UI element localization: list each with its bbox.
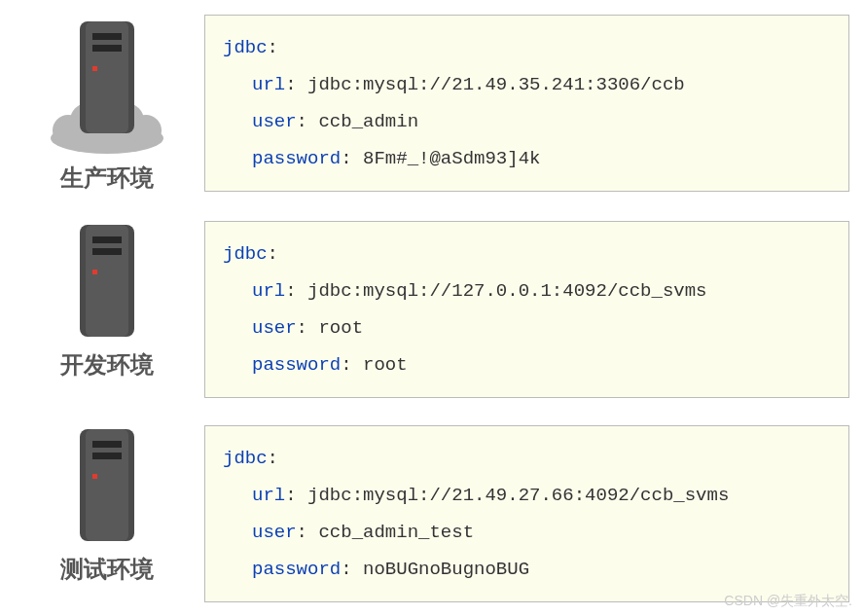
yaml-key: url: [252, 485, 285, 506]
env-row-production: 生产环境 jdbc: url: jdbc:mysql://21.49.35.24…: [10, 15, 849, 194]
server-col: 开发环境: [10, 221, 204, 380]
yaml-line: user: ccb_admin: [223, 103, 831, 140]
yaml-key: user: [252, 522, 297, 543]
env-label: 测试环境: [60, 554, 154, 585]
yaml-key: url: [252, 280, 285, 302]
yaml-value: root: [318, 317, 363, 339]
config-box: jdbc: url: jdbc:mysql://127.0.0.1:4092/c…: [204, 221, 849, 398]
svg-rect-13: [92, 248, 122, 255]
yaml-line: password: 8Fm#_!@aSdm93]4k: [223, 140, 831, 177]
svg-rect-17: [92, 441, 122, 448]
yaml-key: user: [252, 111, 297, 132]
yaml-line: url: jdbc:mysql://127.0.0.1:4092/ccb_svm…: [223, 272, 831, 309]
config-box: jdbc: url: jdbc:mysql://21.49.35.241:330…: [204, 15, 849, 192]
yaml-line: jdbc:: [223, 440, 831, 477]
yaml-value: noBUGnoBugnoBUG: [363, 559, 529, 580]
yaml-line: user: ccb_admin_test: [223, 514, 831, 551]
yaml-key: user: [252, 317, 297, 339]
svg-rect-12: [92, 236, 122, 243]
yaml-line: password: noBUGnoBugnoBUG: [223, 551, 831, 588]
yaml-line: url: jdbc:mysql://21.49.27.66:4092/ccb_s…: [223, 477, 831, 514]
svg-rect-9: [92, 66, 97, 71]
yaml-value: jdbc:mysql://127.0.0.1:4092/ccb_svms: [307, 280, 706, 302]
server-icon: [39, 17, 175, 153]
env-row-development: 开发环境 jdbc: url: jdbc:mysql://127.0.0.1:4…: [10, 221, 849, 398]
yaml-key: password: [252, 559, 341, 580]
yaml-key: jdbc: [223, 37, 268, 58]
svg-point-4: [130, 115, 162, 146]
yaml-line: user: root: [223, 309, 831, 346]
yaml-value: jdbc:mysql://21.49.35.241:3306/ccb: [307, 74, 685, 95]
watermark-text: CSDN @失重外太空.: [724, 593, 852, 610]
yaml-value: 8Fm#_!@aSdm93]4k: [363, 148, 540, 169]
yaml-line: jdbc:: [223, 29, 831, 66]
server-icon: [39, 223, 175, 340]
config-box: jdbc: url: jdbc:mysql://21.49.27.66:4092…: [204, 425, 849, 602]
server-icon: [39, 427, 175, 544]
yaml-key: password: [252, 354, 341, 376]
yaml-key: url: [252, 74, 285, 95]
env-label: 开发环境: [60, 349, 154, 380]
yaml-line: jdbc:: [223, 236, 831, 272]
yaml-value: jdbc:mysql://21.49.27.66:4092/ccb_svms: [307, 485, 729, 506]
env-label: 生产环境: [60, 163, 154, 194]
yaml-line: password: root: [223, 346, 831, 383]
yaml-value: root: [363, 354, 408, 376]
yaml-key: password: [252, 148, 341, 169]
server-col: 生产环境: [10, 15, 204, 194]
env-row-test: 测试环境 jdbc: url: jdbc:mysql://21.49.27.66…: [10, 425, 849, 602]
yaml-value: ccb_admin_test: [318, 522, 474, 543]
yaml-line: url: jdbc:mysql://21.49.35.241:3306/ccb: [223, 66, 831, 103]
svg-rect-8: [92, 45, 122, 52]
svg-rect-18: [92, 453, 122, 459]
yaml-key: jdbc: [223, 448, 268, 469]
svg-rect-7: [92, 33, 122, 40]
svg-rect-19: [92, 474, 97, 479]
yaml-key: jdbc: [223, 243, 268, 265]
yaml-value: ccb_admin: [318, 111, 418, 132]
svg-rect-14: [92, 270, 97, 274]
server-col: 测试环境: [10, 425, 204, 585]
